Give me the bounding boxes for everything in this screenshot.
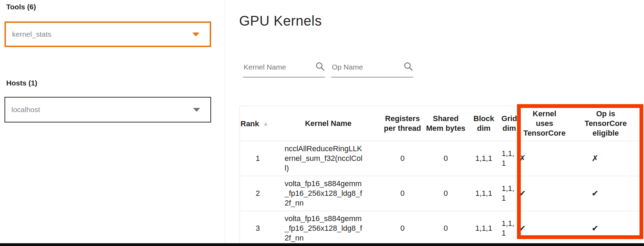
search-icon <box>403 62 413 71</box>
table-row[interactable]: 3 volta_fp16_s884gemm_fp16_256x128_ldg8_… <box>240 211 641 246</box>
shared-mem-bytes-cell: 0 <box>424 176 468 211</box>
kernel-uses-tensorcore-cell: ✔ <box>518 176 571 211</box>
column-header-shared-mem-bytes[interactable]: Shared Mem bytes <box>424 106 468 141</box>
tools-select-value: kernel_stats <box>12 30 51 38</box>
op-is-tensorcore-eligible-cell: ✔ <box>571 211 641 246</box>
table-row[interactable]: 1 ncclAllReduceRingLLKernel_sum_f32(nccl… <box>240 141 641 176</box>
tools-label: Tools (6) <box>6 3 36 11</box>
hosts-label: Hosts (1) <box>6 79 37 87</box>
window-bottom-edge <box>0 243 644 246</box>
shared-mem-bytes-cell: 0 <box>424 141 468 176</box>
gpu-kernels-table: Rank▲ Kernel Name Registers per thread S… <box>239 106 641 246</box>
kernel-uses-tensorcore-cell: ✔ <box>518 211 571 246</box>
hosts-select-value: localhost <box>11 106 40 114</box>
column-header-kernel-uses-tensorcore[interactable]: Kernel uses TensorCore <box>518 106 571 141</box>
sort-ascending-icon: ▲ <box>263 120 269 127</box>
op-is-tensorcore-eligible-cell: ✔ <box>571 176 641 211</box>
kernel-name-cell: ncclAllReduceRingLLKernel_sum_f32(ncclCo… <box>276 141 381 176</box>
registers-per-thread-cell: 0 <box>381 211 424 246</box>
sidebar: Tools (6) kernel_stats Hosts (1) localho… <box>0 0 225 243</box>
table-header-row: Rank▲ Kernel Name Registers per thread S… <box>240 106 641 141</box>
shared-mem-bytes-cell: 0 <box>424 211 468 246</box>
grid-dim-cell: 1,1,1 <box>500 211 518 246</box>
rank-cell: 2 <box>240 176 276 211</box>
column-header-block-dim[interactable]: Block dim <box>468 106 500 141</box>
kernel-uses-tensorcore-cell: ✗ <box>518 141 571 176</box>
op-name-search-field[interactable] <box>331 58 413 78</box>
kernel-name-search-field[interactable] <box>243 58 325 78</box>
tools-select[interactable]: kernel_stats <box>4 21 211 47</box>
chevron-down-icon <box>193 108 200 112</box>
column-header-registers-per-thread[interactable]: Registers per thread <box>381 106 424 141</box>
search-icon <box>315 62 325 71</box>
registers-per-thread-cell: 0 <box>381 141 424 176</box>
grid-dim-cell: 1,1,1 <box>500 141 518 176</box>
block-dim-cell: 1,1,1 <box>468 141 500 176</box>
kernel-name-cell: volta_fp16_s884gemm_fp16_256x128_ldg8_f2… <box>276 211 381 246</box>
grid-dim-cell: 1,1,1 <box>500 176 518 211</box>
block-dim-cell: 1,1,1 <box>468 211 500 246</box>
kernel-name-search-input[interactable] <box>243 58 312 75</box>
op-name-search-input[interactable] <box>331 58 400 75</box>
chevron-down-icon <box>192 33 199 36</box>
table-row[interactable]: 2 volta_fp16_s884gemm_fp16_256x128_ldg8_… <box>240 176 641 211</box>
kernel-name-cell: volta_fp16_s884gemm_fp16_256x128_ldg8_f2… <box>276 176 381 211</box>
hosts-select[interactable]: localhost <box>4 97 211 122</box>
op-is-tensorcore-eligible-cell: ✗ <box>571 141 641 176</box>
column-header-op-is-tensorcore-eligible[interactable]: Op is TensorCore eligible <box>571 106 641 141</box>
block-dim-cell: 1,1,1 <box>468 176 500 211</box>
column-header-rank[interactable]: Rank▲ <box>240 106 276 141</box>
rank-cell: 1 <box>240 141 276 176</box>
rank-cell: 3 <box>240 211 276 246</box>
column-header-kernel-name[interactable]: Kernel Name <box>276 106 381 141</box>
page-title: GPU Kernels <box>239 13 322 29</box>
column-header-grid-dim[interactable]: Grid dim <box>500 106 518 141</box>
registers-per-thread-cell: 0 <box>381 176 424 211</box>
